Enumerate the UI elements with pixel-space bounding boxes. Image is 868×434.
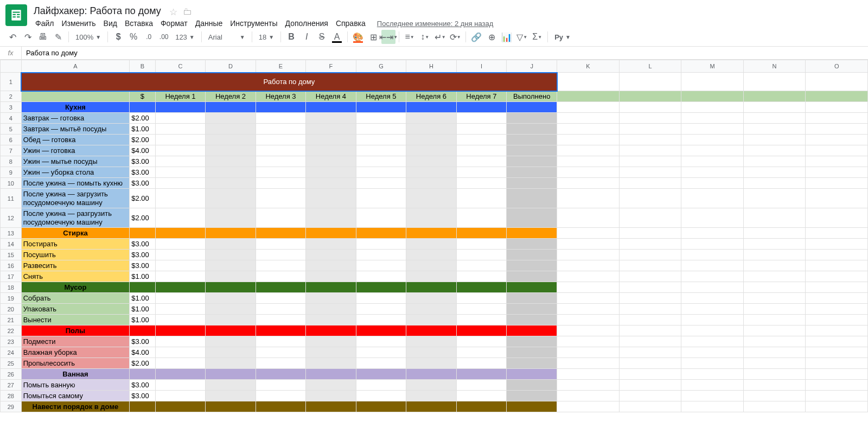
cell[interactable] bbox=[306, 102, 356, 113]
row-header[interactable]: 25 bbox=[1, 358, 22, 369]
task-price[interactable]: $1.00 bbox=[130, 293, 156, 304]
cell[interactable] bbox=[456, 326, 506, 336]
week-cell[interactable] bbox=[155, 208, 205, 228]
cell[interactable] bbox=[206, 228, 256, 239]
cell[interactable] bbox=[356, 401, 406, 412]
row-header[interactable]: 29 bbox=[1, 401, 22, 412]
cell[interactable] bbox=[507, 282, 557, 293]
week-cell[interactable] bbox=[256, 271, 305, 282]
task-label[interactable]: После ужина — помыть кухню bbox=[21, 178, 130, 189]
week-cell[interactable] bbox=[406, 315, 456, 326]
col-header-M[interactable]: M bbox=[681, 60, 744, 73]
week-cell[interactable] bbox=[306, 260, 356, 271]
week-cell[interactable] bbox=[406, 293, 456, 304]
percent-button[interactable]: % bbox=[126, 30, 141, 44]
cell[interactable] bbox=[806, 167, 868, 178]
week-cell[interactable] bbox=[456, 113, 506, 124]
cell[interactable] bbox=[206, 369, 256, 380]
cell[interactable] bbox=[806, 113, 868, 124]
cell[interactable] bbox=[356, 326, 406, 336]
task-price[interactable]: $2.00 bbox=[130, 208, 156, 228]
cell[interactable] bbox=[806, 91, 868, 102]
cell[interactable] bbox=[743, 282, 806, 293]
cell[interactable] bbox=[806, 189, 868, 208]
week-cell[interactable] bbox=[306, 391, 356, 401]
category-label[interactable]: Полы bbox=[21, 326, 130, 336]
cell[interactable] bbox=[681, 239, 744, 250]
cell[interactable] bbox=[557, 113, 620, 124]
cell[interactable] bbox=[743, 73, 806, 91]
task-price[interactable]: $3.00 bbox=[130, 250, 156, 260]
cell[interactable] bbox=[806, 145, 868, 156]
week-cell[interactable] bbox=[356, 315, 406, 326]
row-header[interactable]: 21 bbox=[1, 315, 22, 326]
last-edit-link[interactable]: Последнее изменение: 2 дня назад bbox=[377, 20, 493, 28]
cell[interactable] bbox=[743, 178, 806, 189]
row-header[interactable]: 15 bbox=[1, 250, 22, 260]
cell[interactable] bbox=[743, 228, 806, 239]
week-cell[interactable] bbox=[456, 239, 506, 250]
row-header[interactable]: 19 bbox=[1, 293, 22, 304]
task-label[interactable]: Помыться самому bbox=[21, 391, 130, 401]
week-cell[interactable] bbox=[356, 336, 406, 347]
week-cell[interactable] bbox=[356, 167, 406, 178]
cell[interactable] bbox=[681, 282, 744, 293]
cell[interactable] bbox=[806, 208, 868, 228]
cell[interactable] bbox=[130, 282, 156, 293]
week-cell[interactable] bbox=[256, 189, 305, 208]
cell[interactable] bbox=[456, 401, 506, 412]
decrease-decimal-button[interactable]: .0 bbox=[142, 30, 156, 44]
header-week[interactable]: Неделя 3 bbox=[256, 91, 305, 102]
week-cell[interactable] bbox=[406, 189, 456, 208]
cell[interactable] bbox=[557, 239, 620, 250]
cell[interactable] bbox=[743, 135, 806, 145]
week-cell[interactable] bbox=[406, 167, 456, 178]
week-cell[interactable] bbox=[406, 145, 456, 156]
cell[interactable] bbox=[743, 380, 806, 391]
cell[interactable] bbox=[619, 189, 681, 208]
cell[interactable] bbox=[681, 358, 744, 369]
cell[interactable] bbox=[806, 315, 868, 326]
week-cell[interactable] bbox=[256, 347, 305, 358]
week-cell[interactable] bbox=[206, 391, 256, 401]
week-cell[interactable] bbox=[406, 124, 456, 135]
merge-cells-button[interactable]: ⇤⇥▼ bbox=[381, 30, 395, 44]
cell[interactable] bbox=[619, 91, 681, 102]
week-cell[interactable] bbox=[356, 189, 406, 208]
week-cell[interactable] bbox=[306, 178, 356, 189]
col-header-C[interactable]: C bbox=[155, 60, 205, 73]
cell[interactable] bbox=[743, 347, 806, 358]
task-price[interactable]: $2.00 bbox=[130, 113, 156, 124]
cell[interactable] bbox=[557, 250, 620, 260]
header-week[interactable]: Неделя 1 bbox=[155, 91, 205, 102]
task-price[interactable]: $3.00 bbox=[130, 178, 156, 189]
cell[interactable] bbox=[681, 250, 744, 260]
cell[interactable] bbox=[557, 73, 620, 91]
row-header[interactable]: 4 bbox=[1, 113, 22, 124]
week-cell[interactable] bbox=[356, 380, 406, 391]
cell[interactable] bbox=[619, 135, 681, 145]
week-cell[interactable] bbox=[306, 336, 356, 347]
cell[interactable] bbox=[557, 124, 620, 135]
cell[interactable] bbox=[681, 347, 744, 358]
text-rotate-button[interactable]: ⟳▼ bbox=[448, 30, 462, 44]
cell[interactable] bbox=[130, 326, 156, 336]
week-cell[interactable] bbox=[155, 347, 205, 358]
row-header[interactable]: 7 bbox=[1, 145, 22, 156]
cell[interactable] bbox=[806, 124, 868, 135]
task-price[interactable]: $3.00 bbox=[130, 239, 156, 250]
cell[interactable] bbox=[806, 369, 868, 380]
cell[interactable] bbox=[681, 102, 744, 113]
paint-format-button[interactable]: ✎ bbox=[51, 30, 65, 44]
week-cell[interactable] bbox=[206, 167, 256, 178]
cell[interactable] bbox=[743, 156, 806, 167]
cell[interactable] bbox=[743, 391, 806, 401]
cell[interactable] bbox=[619, 304, 681, 315]
cell[interactable] bbox=[619, 260, 681, 271]
bold-button[interactable]: B bbox=[284, 30, 298, 44]
task-price[interactable]: $3.00 bbox=[130, 167, 156, 178]
cell[interactable] bbox=[806, 178, 868, 189]
cell[interactable] bbox=[507, 228, 557, 239]
col-header-K[interactable]: K bbox=[557, 60, 620, 73]
cell[interactable] bbox=[557, 208, 620, 228]
